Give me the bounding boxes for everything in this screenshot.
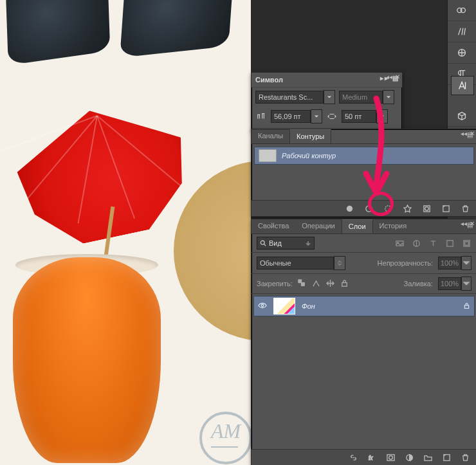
svg-point-5: [385, 205, 390, 211]
delete-path-icon[interactable]: [460, 203, 470, 214]
svg-text:fx: fx: [369, 455, 373, 461]
3d-icon[interactable]: [448, 105, 476, 127]
svg-point-9: [261, 241, 264, 244]
blend-mode-select[interactable]: Обычные: [257, 256, 345, 270]
svg-rect-15: [464, 241, 468, 245]
fill-input[interactable]: 100%: [438, 277, 471, 291]
font-style-select[interactable]: Medium: [339, 90, 394, 104]
svg-point-1: [461, 8, 465, 12]
path-to-selection-icon[interactable]: [383, 203, 393, 214]
tab-properties[interactable]: Свойства: [252, 219, 295, 233]
filter-pixel-icon[interactable]: [394, 238, 405, 248]
svg-rect-13: [446, 240, 452, 246]
delete-layer-icon[interactable]: [461, 453, 470, 462]
character-panel: ◂◂✕ Символ ▸▸ ▤ Restaurants Sc... Medium…: [251, 72, 403, 131]
filter-smart-icon[interactable]: [461, 238, 471, 248]
path-item-label: Рабочий контур: [282, 152, 336, 160]
font-family-value: Restaurants Sc...: [255, 91, 324, 104]
fill-path-icon[interactable]: [344, 203, 354, 214]
svg-point-4: [365, 205, 371, 211]
layer-name: Фон: [302, 302, 315, 310]
layer-item-background[interactable]: Фон: [253, 296, 475, 316]
fill-value: 100%: [438, 277, 461, 290]
filter-type-icon[interactable]: [428, 238, 438, 248]
fill-label: Заливка:: [404, 280, 433, 287]
svg-point-23: [389, 455, 393, 459]
svg-point-19: [261, 304, 264, 307]
chevron-down-icon[interactable]: [376, 109, 388, 123]
filter-shape-icon[interactable]: [444, 238, 455, 248]
font-family-select[interactable]: Restaurants Sc...: [255, 90, 335, 104]
new-layer-icon[interactable]: [442, 453, 452, 462]
svg-rect-17: [301, 283, 304, 286]
chevron-down-icon[interactable]: [383, 90, 394, 104]
paths-panel: ◂◂✕ Каналы Контуры ▤ Рабочий контур: [251, 129, 476, 217]
panel-menu-icon[interactable]: ▤: [467, 221, 474, 228]
font-size-icon: [255, 111, 267, 122]
leading-input[interactable]: 50 пт: [342, 109, 388, 123]
tab-paths[interactable]: Контуры: [289, 129, 331, 143]
character-icon[interactable]: [451, 76, 474, 95]
tab-history[interactable]: История: [373, 219, 414, 233]
chevron-down-icon[interactable]: [311, 109, 322, 123]
panel-menu-icon[interactable]: ▤: [467, 131, 474, 138]
lock-image-icon[interactable]: [312, 279, 321, 288]
font-size-input[interactable]: 56,09 пт: [271, 109, 322, 123]
artwork-sunglasses: [0, 0, 238, 84]
path-thumbnail: [259, 149, 277, 162]
new-path-icon[interactable]: [441, 203, 451, 214]
brushes-icon[interactable]: [448, 21, 476, 42]
panel-menu-icon[interactable]: ▸▸ ▤: [380, 75, 399, 82]
lock-transparency-icon[interactable]: [298, 279, 307, 288]
layers-panel: ◂◂✕ Свойства Операции Слои История ▤ Вид…: [251, 219, 476, 465]
swatches-icon[interactable]: [448, 0, 476, 21]
tab-channels[interactable]: Каналы: [252, 129, 289, 143]
adjustments-icon[interactable]: [448, 42, 476, 64]
leading-value: 50 пт: [342, 110, 376, 123]
artwork-signature: AM: [199, 412, 251, 464]
link-layers-icon[interactable]: [349, 453, 358, 462]
chevron-updown-icon[interactable]: [334, 256, 345, 270]
svg-rect-20: [464, 305, 468, 308]
tab-actions[interactable]: Операции: [295, 219, 341, 233]
visibility-icon[interactable]: [258, 301, 267, 311]
svg-rect-16: [298, 280, 302, 283]
lock-all-icon[interactable]: [340, 279, 349, 288]
chevron-down-icon[interactable]: [324, 90, 335, 104]
paths-panel-footer: [252, 200, 476, 216]
artwork-cocktail: [13, 257, 161, 463]
path-item-work-path[interactable]: Рабочий контур: [254, 147, 474, 165]
font-style-value: Medium: [339, 91, 383, 104]
new-group-icon[interactable]: [423, 453, 433, 462]
layer-thumbnail: [273, 298, 295, 315]
font-size-value: 56,09 пт: [271, 110, 311, 123]
tab-layers[interactable]: Слои: [342, 219, 373, 233]
chevron-down-icon[interactable]: [461, 277, 471, 291]
svg-point-7: [425, 206, 428, 210]
layer-filter-kind-label: Вид: [269, 239, 282, 247]
selection-to-path-icon[interactable]: [402, 203, 412, 214]
layer-filter-kind[interactable]: Вид: [257, 237, 315, 250]
lock-icon: [463, 302, 470, 311]
add-mask-icon[interactable]: [386, 453, 396, 462]
stroke-path-icon[interactable]: [363, 203, 374, 214]
artwork-umbrella: [0, 109, 193, 251]
lock-position-icon[interactable]: [326, 279, 335, 288]
opacity-input[interactable]: 100%: [438, 256, 471, 270]
layer-fx-icon[interactable]: fx: [367, 453, 377, 462]
add-mask-icon[interactable]: [421, 203, 432, 214]
layers-panel-footer: fx: [252, 449, 476, 465]
new-adjustment-icon[interactable]: [405, 453, 414, 462]
document-canvas[interactable]: AM: [0, 0, 251, 465]
opacity-label: Непрозрачность:: [378, 259, 433, 267]
opacity-value: 100%: [438, 257, 461, 269]
filter-adjustment-icon[interactable]: [411, 238, 421, 248]
character-panel-title: Символ: [255, 76, 283, 84]
blend-mode-value: Обычные: [257, 257, 334, 269]
collapse-icon[interactable]: ◂◂: [461, 130, 467, 137]
lock-label: Закрепить:: [257, 280, 293, 287]
chevron-down-icon[interactable]: [461, 256, 471, 270]
svg-point-3: [346, 205, 352, 211]
svg-rect-18: [342, 283, 347, 287]
collapse-icon[interactable]: ◂◂: [461, 220, 467, 227]
